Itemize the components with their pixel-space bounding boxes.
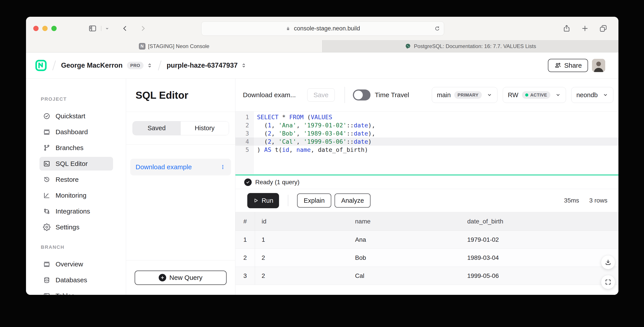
results-table: #idnamedate_of_birth11Ana1979-01-0222Bob… bbox=[236, 212, 618, 285]
table-cell: 1979-01-02 bbox=[461, 231, 618, 249]
branch-badge: PRIMARY bbox=[454, 91, 482, 99]
chevron-down-icon bbox=[555, 92, 561, 98]
restore-icon bbox=[43, 176, 50, 183]
sidebar-item-branches[interactable]: Branches bbox=[26, 140, 126, 156]
sidebar-item-label: Branches bbox=[56, 144, 84, 152]
neon-logo[interactable] bbox=[35, 59, 47, 72]
org-name[interactable]: George MacKerron bbox=[61, 62, 122, 70]
sidebar-item-quickstart[interactable]: Quickstart bbox=[26, 108, 126, 124]
url-text: console-stage.neon.build bbox=[294, 25, 360, 32]
share-button-label: Share bbox=[564, 62, 582, 69]
sidebar-nav: PROJECTQuickstartDashboardBranchesSQL Ed… bbox=[26, 79, 126, 295]
editor-topbar: Download exam... Save Time Travel main P… bbox=[236, 79, 618, 112]
new-tab-icon[interactable] bbox=[581, 24, 589, 32]
query-title: Download exam... bbox=[243, 91, 296, 99]
compute-select[interactable]: RW ACTIVE bbox=[503, 87, 566, 103]
line-number: 4 bbox=[236, 138, 254, 146]
line-number: 5 bbox=[236, 146, 254, 154]
share-page-icon[interactable] bbox=[562, 24, 571, 32]
people-icon bbox=[554, 62, 562, 69]
query-duration: 35ms bbox=[564, 197, 579, 204]
line-number: 3 bbox=[236, 129, 254, 138]
tab-title: PostgreSQL: Documentation: 16: 7.7. VALU… bbox=[414, 43, 536, 49]
org-switcher-chevrons-icon[interactable] bbox=[146, 62, 153, 68]
user-avatar[interactable] bbox=[592, 59, 605, 72]
back-button-icon[interactable] bbox=[121, 25, 129, 32]
share-button[interactable]: Share bbox=[548, 59, 588, 72]
saved-query-name: Download example bbox=[136, 163, 192, 171]
code-line[interactable]: 4 (2, 'Cal', '1999-05-06'::date) bbox=[236, 138, 618, 146]
analyze-button[interactable]: Analyze bbox=[334, 194, 370, 208]
topbar-divider bbox=[344, 87, 345, 103]
dashboard-icon bbox=[43, 128, 50, 136]
sidebar-item-integrations[interactable]: Integrations bbox=[26, 204, 126, 219]
code-line[interactable]: 3 (2, 'Bob', '1989-03-04'::date), bbox=[236, 129, 618, 138]
save-button[interactable]: Save bbox=[307, 88, 334, 102]
tab-postgresql-docs[interactable]: PostgreSQL: Documentation: 16: 7.7. VALU… bbox=[322, 40, 619, 52]
compute-status-badge: ACTIVE bbox=[522, 91, 550, 99]
neon-staging-favicon: N bbox=[139, 43, 146, 50]
sidebar-item-restore[interactable]: Restore bbox=[26, 172, 126, 188]
sidebar-item-tables[interactable]: Tables bbox=[26, 288, 126, 295]
sidebar-item-label: Overview bbox=[56, 260, 83, 268]
sidebar-item-monitoring[interactable]: Monitoring bbox=[26, 188, 126, 204]
reload-icon[interactable] bbox=[434, 26, 440, 32]
forward-button-icon[interactable] bbox=[139, 25, 147, 32]
branch-select[interactable]: main PRIMARY bbox=[432, 87, 498, 103]
check-circle-icon bbox=[43, 112, 50, 120]
sidebar-chevron-down-icon[interactable] bbox=[101, 26, 110, 31]
code-editor[interactable]: 1SELECT * FROM (VALUES2 (1, 'Ana', '1979… bbox=[236, 112, 618, 174]
explain-button[interactable]: Explain bbox=[297, 194, 331, 208]
kebab-menu-icon[interactable] bbox=[220, 164, 226, 170]
compute-value: RW bbox=[508, 92, 518, 99]
query-meta: 35ms 3 rows bbox=[564, 197, 608, 204]
minimize-window-button[interactable] bbox=[42, 26, 48, 31]
download-results-button[interactable] bbox=[601, 255, 615, 269]
tab-neon-console[interactable]: N [STAGING] Neon Console bbox=[26, 40, 322, 52]
run-button[interactable]: Run bbox=[247, 193, 279, 208]
code-line[interactable]: 1SELECT * FROM (VALUES bbox=[236, 113, 618, 121]
sidebar-item-label: Integrations bbox=[56, 208, 90, 215]
sidebar-item-overview[interactable]: Overview bbox=[26, 256, 126, 272]
saved-query-item[interactable]: Download example bbox=[130, 159, 231, 176]
new-query-section: New Query bbox=[126, 260, 235, 295]
address-bar[interactable]: console-stage.neon.build bbox=[201, 21, 444, 36]
browser-toolbar: console-stage.neon.build bbox=[26, 17, 618, 40]
code-line[interactable]: 2 (1, 'Ana', '1979-01-02'::date), bbox=[236, 121, 618, 129]
tab-overview-icon[interactable] bbox=[599, 24, 608, 32]
sidebar-toggle-icon[interactable] bbox=[88, 24, 97, 33]
table-cell: 2 bbox=[236, 249, 255, 267]
org-plan-badge: PRO bbox=[127, 62, 144, 69]
sql-editor-main: Download exam... Save Time Travel main P… bbox=[236, 79, 618, 295]
code-line[interactable]: 5) AS t(id, name, date_of_birth) bbox=[236, 146, 618, 154]
table-cell: Bob bbox=[348, 249, 461, 267]
close-window-button[interactable] bbox=[33, 26, 38, 31]
saved-history-segmented-control: Saved History bbox=[132, 121, 229, 135]
table-cell: 3 bbox=[236, 267, 255, 285]
queries-panel: SQL Editor Saved History Download exampl… bbox=[126, 79, 236, 295]
postgresql-favicon bbox=[405, 43, 411, 50]
project-name[interactable]: purple-haze-63747937 bbox=[166, 62, 238, 70]
table-cell: 2 bbox=[255, 249, 348, 267]
table-cell: 1999-05-06 bbox=[461, 267, 618, 285]
sidebar-item-databases[interactable]: Databases bbox=[26, 272, 126, 288]
expand-results-button[interactable] bbox=[601, 275, 615, 289]
time-travel-toggle[interactable] bbox=[353, 90, 370, 100]
run-label: Run bbox=[262, 197, 273, 204]
tab-saved[interactable]: Saved bbox=[133, 122, 181, 135]
table-cell: Ana bbox=[348, 231, 461, 249]
tab-history[interactable]: History bbox=[181, 122, 229, 135]
branches-icon bbox=[43, 144, 50, 152]
project-switcher-chevrons-icon[interactable] bbox=[241, 62, 247, 68]
zoom-window-button[interactable] bbox=[51, 26, 57, 31]
new-query-button[interactable]: New Query bbox=[135, 270, 226, 285]
sidebar-item-dashboard[interactable]: Dashboard bbox=[26, 124, 126, 140]
app-body: PROJECTQuickstartDashboardBranchesSQL Ed… bbox=[26, 79, 618, 295]
results-section: #idnamedate_of_birth11Ana1979-01-0222Bob… bbox=[236, 212, 618, 295]
sidebar-item-settings[interactable]: Settings bbox=[26, 219, 126, 235]
code-lines: 1SELECT * FROM (VALUES2 (1, 'Ana', '1979… bbox=[236, 113, 618, 154]
database-select[interactable]: neondb bbox=[571, 87, 613, 103]
column-header-name: name bbox=[348, 212, 461, 231]
sidebar-item-sql-editor[interactable]: SQL Editor bbox=[26, 156, 126, 172]
overview-icon bbox=[43, 260, 50, 268]
